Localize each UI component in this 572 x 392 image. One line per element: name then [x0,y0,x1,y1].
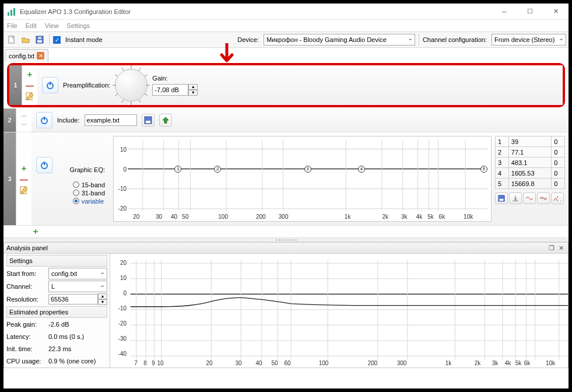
eq-reset-icon[interactable] [551,192,564,204]
eq-point-1[interactable]: 1 [174,166,181,173]
eq-normalize-icon[interactable] [537,192,550,204]
chancfg-select[interactable] [492,34,566,46]
gain-spin-down[interactable]: ▼ [188,90,198,96]
preamp-label: Preamplification: [63,82,110,89]
svg-line-17 [122,100,124,103]
eq-invert-icon[interactable] [523,192,536,204]
eq-point-4[interactable]: 4 [358,166,365,173]
eq-import-icon[interactable] [509,192,522,204]
edit-row-icon[interactable] [19,186,29,195]
edit-row-icon[interactable] [25,92,34,101]
svg-line-18 [115,94,118,96]
power-toggle[interactable] [36,112,52,128]
menubar: File Edit View Settings [3,20,569,32]
power-toggle[interactable] [42,77,58,93]
save-file-icon[interactable] [34,34,45,46]
include-file-input[interactable] [85,114,137,126]
start-from-select[interactable] [48,268,107,279]
eq-graph[interactable]: 10 0 -10 -20 1 2 3 4 5 20 30 40 50 100 [113,136,492,222]
svg-rect-48 [500,199,504,201]
latency-value: 0.0 ms (0 s.) [48,333,84,340]
undock-icon[interactable]: ❐ [547,243,556,253]
filter-row-preamp: 1 ＋ — Preamplification: Gain [7,63,565,107]
add-above-icon[interactable]: ＋ [26,69,34,80]
resolution-input[interactable] [48,294,98,304]
remove-row-icon[interactable]: — [20,175,28,184]
band31-radio[interactable]: 31-band [73,190,105,197]
estimated-header: Estimated properties [6,306,107,318]
res-spin-up[interactable]: ▲ [98,293,107,299]
graphic-eq-label: Graphic EQ: [69,166,105,173]
analysis-title: Analysis panel [6,244,547,251]
table-row: 277.10 [496,147,565,158]
svg-line-20 [115,75,118,76]
up-arrow-icon[interactable] [159,114,172,127]
table-row: 3483.10 [496,158,565,168]
minimize-button[interactable]: ─ [492,4,517,20]
add-above-icon[interactable]: ＋ [20,163,28,174]
svg-line-12 [145,75,148,76]
svg-rect-6 [38,37,41,39]
open-include-icon[interactable] [142,114,155,127]
eq-save-icon[interactable] [495,192,508,204]
menu-file[interactable]: File [7,22,17,29]
svg-rect-3 [9,36,14,43]
svg-line-11 [139,68,141,71]
analysis-graph[interactable]: 20 10 0 -10 -20 -30 -40 7 8 9 10 20 30 4… [110,254,568,368]
window-title: Equalizer APO 1.3 Configuration Editor [20,8,492,15]
collapse-up-icon[interactable]: ︿ [21,111,27,120]
include-label: Include: [57,117,80,124]
eq-point-2[interactable]: 2 [214,166,221,173]
collapse-down-icon[interactable]: ﹀ [21,121,27,130]
svg-rect-1 [10,10,12,16]
eq-point-3[interactable]: 3 [304,166,311,173]
open-file-icon[interactable] [20,34,31,46]
add-row-icon[interactable]: ＋ [31,226,40,237]
gain-input[interactable] [152,84,188,96]
main-toolbar: ✓ Instant mode Device: Channel configura… [3,32,569,48]
maximize-button[interactable]: ☐ [517,4,543,20]
device-label: Device: [237,36,259,43]
eq-point-table: 1390 277.10 3483.10 41605.530 515669.80 [495,136,565,222]
row-number: 3 [3,132,16,225]
analysis-panel-header: Analysis panel ❐ ✕ [3,242,569,254]
instant-mode-label: Instant mode [65,36,103,43]
splitter-handle[interactable] [3,237,569,242]
menu-edit[interactable]: Edit [26,22,37,29]
res-spin-down[interactable]: ▼ [98,299,107,305]
device-select[interactable] [264,34,415,46]
power-toggle[interactable] [36,157,52,173]
gain-label: Gain: [152,75,198,82]
panel-close-icon[interactable]: ✕ [556,243,566,253]
row-number: 1 [9,65,22,105]
menu-settings[interactable]: Settings [66,22,90,29]
channel-select[interactable] [48,281,107,292]
svg-rect-0 [8,12,9,16]
tab-close-icon[interactable]: ✕ [37,52,44,60]
file-tab[interactable]: config.txt ✕ [5,49,48,62]
gain-spin-up[interactable]: ▲ [188,84,198,90]
analysis-panel: Settings Start from: Channel: Resolution… [3,254,569,368]
close-button[interactable]: ✕ [543,4,569,20]
band15-radio[interactable]: 15-band [73,181,105,188]
remove-row-icon[interactable]: — [26,81,34,90]
menu-view[interactable]: View [45,22,59,29]
chancfg-label: Channel configuration: [423,36,487,43]
annotation-arrow-icon [218,43,236,66]
app-icon [7,7,16,16]
new-file-icon[interactable] [6,34,17,46]
filter-row-graphic-eq: 3 ＋ — Graphic EQ: 15-band 31-band variab… [3,132,569,226]
titlebar: Equalizer APO 1.3 Configuration Editor ─… [3,4,569,20]
tabstrip: config.txt ✕ [3,48,569,62]
row-number: 2 [3,108,16,132]
svg-line-21 [122,68,124,71]
settings-header: Settings [6,255,107,267]
variable-radio[interactable]: variable [73,198,104,205]
svg-line-15 [139,100,141,103]
eq-point-5[interactable]: 5 [480,166,487,173]
instant-mode-checkbox[interactable]: ✓ [53,36,61,44]
peak-gain-value: -2.6 dB [48,321,69,328]
filter-row-include: 2 ︿ ﹀ Include: [3,108,569,132]
svg-rect-2 [13,8,15,16]
svg-rect-5 [37,40,42,43]
